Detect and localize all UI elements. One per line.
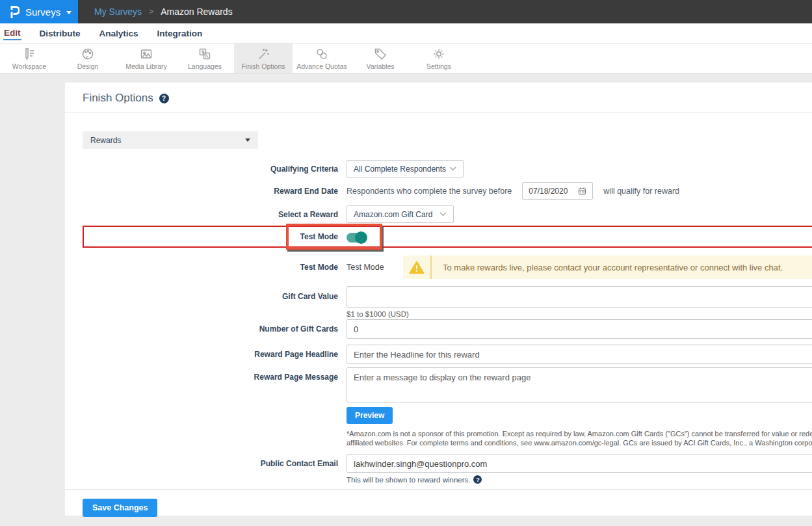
calendar-icon — [578, 187, 586, 195]
public-contact-email-helper: This will be shown to reward winners. ? — [347, 475, 812, 484]
breadcrumb: My Surveys > Amazon Rewards — [94, 0, 233, 23]
chain-links-icon — [315, 47, 329, 61]
toolbar-item-settings[interactable]: Settings — [410, 44, 468, 73]
gear-icon — [432, 47, 446, 61]
question-mark-icon[interactable]: ? — [473, 475, 482, 484]
toolbar-item-advance-quotas[interactable]: Advance Quotas — [293, 44, 351, 73]
breadcrumb-my-surveys[interactable]: My Surveys — [94, 7, 142, 17]
app-logo-menu[interactable]: Surveys — [0, 0, 78, 23]
tab-edit[interactable]: Edit — [3, 27, 21, 40]
reward-page-message-row: Reward Page Message — [65, 367, 812, 402]
translate-icon: A — [198, 47, 212, 61]
save-changes-button[interactable]: Save Changes — [83, 499, 157, 517]
magic-wand-icon — [256, 47, 270, 61]
palette-icon — [81, 47, 95, 61]
tab-integration[interactable]: Integration — [157, 27, 203, 40]
top-bar: Surveys My Surveys > Amazon Rewards — [0, 0, 812, 23]
test-mode-toggle-row: Test Mode — [65, 227, 812, 246]
toolbar-item-label: Design — [77, 62, 99, 70]
chevron-down-icon — [439, 212, 447, 217]
reward-page-message-label: Reward Page Message — [65, 367, 347, 387]
gift-card-value-input[interactable] — [347, 286, 812, 308]
finish-options-panel: Finish Options ? Rewards Qualifying Crit… — [65, 83, 812, 516]
breadcrumb-current: Amazon Rewards — [161, 7, 233, 17]
breadcrumb-separator: > — [149, 7, 153, 16]
gift-card-value-helper: $1 to $1000 (USD) — [347, 310, 812, 318]
test-mode-toggle[interactable] — [347, 233, 366, 243]
reward-page-message-input[interactable] — [347, 367, 812, 402]
toggle-knob — [355, 231, 367, 244]
gift-card-value-label: Gift Card Value — [65, 286, 347, 308]
disclaimer-line-2: affiliated websites. For complete terms … — [347, 438, 812, 447]
public-contact-email-label: Public Contact Email — [65, 454, 347, 473]
toolbar-item-label: Media Library — [125, 62, 167, 70]
questionpro-logo-icon — [8, 4, 20, 20]
toolbar-item-label: Settings — [426, 62, 451, 70]
test-mode-toggle-label: Test Mode — [65, 232, 347, 241]
rewards-section-dropdown[interactable]: Rewards — [83, 131, 258, 149]
public-contact-email-input[interactable] — [347, 454, 812, 473]
qualifying-criteria-label: Qualifying Criteria — [65, 164, 347, 174]
toolbar-item-finish-options[interactable]: Finish Options — [234, 44, 293, 73]
toolbar-item-design[interactable]: Design — [59, 44, 117, 73]
svg-text:A: A — [205, 53, 208, 59]
rewards-form: Qualifying Criteria All Complete Respond… — [65, 160, 812, 517]
workspace-icon — [22, 47, 36, 61]
reward-end-date-row: Reward End Date Respondents who complete… — [65, 182, 812, 200]
reward-page-headline-label: Reward Page Headline — [65, 345, 347, 364]
warning-text: To make rewards live, please contact you… — [432, 263, 783, 272]
toolbar-item-label: Workspace — [12, 62, 46, 70]
warning-icon-cell — [403, 260, 430, 274]
question-mark-icon[interactable]: ? — [159, 94, 169, 103]
content-area: Finish Options ? Rewards Qualifying Crit… — [0, 73, 812, 526]
image-icon — [139, 47, 153, 61]
reward-end-date-value: 07/18/2020 — [529, 187, 568, 196]
select-reward-select[interactable]: Amazon.com Gift Card — [347, 205, 454, 223]
module-tabs: Edit Distribute Analytics Integration — [0, 23, 812, 43]
qualifying-criteria-row: Qualifying Criteria All Complete Respond… — [65, 160, 812, 178]
number-of-gift-cards-row: Number of Gift Cards — [65, 319, 812, 339]
toolbar-item-label: Languages — [188, 62, 222, 70]
reward-end-date-prefix: Respondents who complete the survey befo… — [347, 187, 512, 196]
gift-card-value-row: Gift Card Value $1 to $1000 (USD) — [65, 286, 812, 318]
rewards-dropdown-value: Rewards — [90, 136, 121, 145]
test-mode-status-row: Test Mode Test Mode To make rewards live… — [65, 256, 812, 279]
tab-distribute[interactable]: Distribute — [39, 27, 81, 40]
preview-row: Preview — [65, 407, 812, 424]
reward-end-date-suffix: will qualify for reward — [603, 187, 679, 196]
reward-page-headline-row: Reward Page Headline — [65, 345, 812, 364]
reward-end-date-label: Reward End Date — [65, 187, 347, 196]
toolbar-item-media-library[interactable]: Media Library — [117, 44, 176, 73]
number-of-gift-cards-label: Number of Gift Cards — [65, 319, 347, 339]
tab-analytics[interactable]: Analytics — [99, 27, 139, 40]
tag-icon — [373, 47, 387, 61]
select-reward-row: Select a Reward Amazon.com Gift Card — [65, 205, 812, 223]
page-title: Finish Options — [83, 92, 153, 105]
reward-end-date-input[interactable]: 07/18/2020 — [522, 182, 593, 200]
toolbar-item-label: Advance Quotas — [296, 62, 347, 70]
test-mode-status-value: Test Mode — [347, 263, 403, 272]
select-reward-label: Select a Reward — [65, 210, 347, 219]
qualifying-criteria-select[interactable]: All Complete Respondents — [347, 160, 464, 178]
number-of-gift-cards-input[interactable] — [347, 319, 812, 339]
public-contact-email-row: Public Contact Email This will be shown … — [65, 454, 812, 484]
app-menu-label: Surveys — [25, 7, 60, 18]
edit-toolbar: Workspace Design Media Library A Languag… — [0, 43, 812, 73]
qualifying-criteria-value: All Complete Respondents — [354, 164, 446, 174]
toolbar-item-label: Finish Options — [241, 62, 285, 70]
reward-page-headline-input[interactable] — [347, 345, 812, 364]
gift-card-value-group: $1 to $1000 (USD) — [347, 286, 812, 318]
chevron-down-icon — [66, 11, 72, 14]
toolbar-item-label: Variables — [367, 62, 395, 70]
amazon-disclaimer: *Amazon.com is not a sponsor of this pro… — [347, 429, 812, 447]
test-mode-status-label: Test Mode — [65, 263, 347, 272]
toolbar-item-workspace[interactable]: Workspace — [0, 44, 59, 73]
test-mode-warning-banner: To make rewards live, please contact you… — [403, 256, 812, 279]
toolbar-item-languages[interactable]: A Languages — [176, 44, 234, 73]
disclaimer-line-1: *Amazon.com is not a sponsor of this pro… — [347, 429, 812, 438]
chevron-down-icon — [449, 166, 456, 171]
select-reward-value: Amazon.com Gift Card — [354, 210, 432, 219]
toolbar-item-variables[interactable]: Variables — [351, 44, 410, 73]
preview-button[interactable]: Preview — [347, 407, 393, 424]
bottom-divider — [65, 490, 812, 490]
